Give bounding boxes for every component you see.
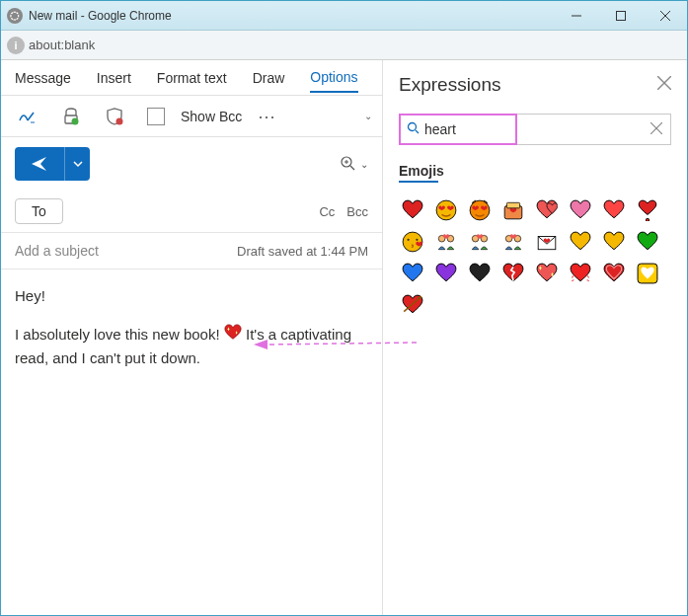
sparkling-heart[interactable] xyxy=(533,260,561,287)
svg-point-13 xyxy=(409,122,417,130)
family-heart[interactable] xyxy=(466,228,494,256)
sparkling-heart-inline xyxy=(224,324,242,348)
more-options-button[interactable]: ⋯ xyxy=(258,106,277,127)
svg-point-21 xyxy=(646,218,649,221)
heart-eyes-cat[interactable] xyxy=(466,196,494,224)
broken-heart[interactable] xyxy=(499,260,527,287)
send-button[interactable] xyxy=(15,147,90,181)
green-heart[interactable] xyxy=(634,228,661,256)
svg-line-8 xyxy=(350,166,354,170)
red-heart[interactable] xyxy=(399,196,426,224)
tab-draw[interactable]: Draw xyxy=(253,70,285,92)
svg-rect-20 xyxy=(506,202,519,208)
tab-message[interactable]: Message xyxy=(15,70,71,92)
blue-heart[interactable] xyxy=(399,260,426,287)
sensitivity-icon[interactable] xyxy=(98,103,131,130)
orange-heart[interactable] xyxy=(600,196,628,224)
emoji-search-box[interactable] xyxy=(399,114,517,145)
tab-options[interactable]: Options xyxy=(310,69,357,93)
two-hearts[interactable] xyxy=(533,196,561,224)
send-icon[interactable] xyxy=(15,147,64,181)
beating-heart[interactable] xyxy=(567,260,594,287)
zoom-icon xyxy=(341,156,356,172)
compose-pane: MessageInsertFormat textDrawOptions Show… xyxy=(1,60,383,615)
tab-insert[interactable]: Insert xyxy=(97,70,131,92)
love-letter[interactable] xyxy=(533,228,561,256)
site-info-icon[interactable]: i xyxy=(7,37,25,54)
emoji-search-input[interactable] xyxy=(424,121,494,137)
maximize-button[interactable] xyxy=(598,1,643,31)
heart-decoration[interactable] xyxy=(634,260,661,287)
chevron-down-icon: ⌄ xyxy=(360,159,368,170)
cc-button[interactable]: Cc xyxy=(319,204,335,219)
svg-point-18 xyxy=(470,200,490,220)
couple-heart-2[interactable] xyxy=(499,228,527,256)
action-row: ⌄ xyxy=(1,137,382,191)
window-titlebar: ◌ New mail - Google Chrome xyxy=(1,1,687,31)
encrypt-icon[interactable] xyxy=(54,103,88,130)
svg-point-23 xyxy=(408,239,410,241)
heart-gift[interactable] xyxy=(499,196,527,224)
pink-heart[interactable] xyxy=(567,196,594,224)
body-line-2: I absolutely love this new book! It's a … xyxy=(15,324,368,370)
svg-point-24 xyxy=(416,239,418,241)
kissing-face[interactable] xyxy=(399,228,426,256)
close-panel-button[interactable] xyxy=(657,76,671,94)
search-clear-area xyxy=(517,114,671,145)
search-icon xyxy=(407,121,420,138)
bcc-button[interactable]: Bcc xyxy=(346,204,368,219)
browser-favicon: ◌ xyxy=(7,8,23,24)
panel-title: Expressions xyxy=(399,74,501,96)
ribbon-tabs: MessageInsertFormat textDrawOptions xyxy=(1,60,382,96)
couple-heart[interactable] xyxy=(432,228,460,256)
svg-point-6 xyxy=(116,117,123,124)
to-button[interactable]: To xyxy=(15,198,63,224)
send-dropdown[interactable] xyxy=(64,147,90,181)
show-bcc-label: Show Bcc xyxy=(181,109,242,124)
ribbon-collapse-icon[interactable]: ⌄ xyxy=(364,111,372,121)
yellow-heart-2[interactable] xyxy=(600,228,628,256)
clear-search-button[interactable] xyxy=(650,121,662,137)
close-window-button[interactable] xyxy=(643,1,687,31)
subject-input[interactable]: Add a subject xyxy=(15,243,99,259)
svg-point-22 xyxy=(403,232,422,252)
address-bar[interactable]: i about:blank xyxy=(1,31,687,60)
mail-body[interactable]: Hey! I absolutely love this new book! It… xyxy=(1,270,382,402)
growing-heart[interactable] xyxy=(600,260,628,287)
url-text: about:blank xyxy=(29,38,95,52)
search-row xyxy=(399,114,671,145)
heart-arrow[interactable] xyxy=(399,291,426,319)
svg-line-14 xyxy=(416,130,419,133)
tab-format-text[interactable]: Format text xyxy=(157,70,227,92)
purple-heart[interactable] xyxy=(432,260,460,287)
heart-eyes-face[interactable] xyxy=(432,196,460,224)
black-heart[interactable] xyxy=(466,260,494,287)
subject-row: Add a subject Draft saved at 1:44 PM xyxy=(1,233,382,270)
signature-icon[interactable] xyxy=(11,103,44,130)
svg-point-17 xyxy=(436,200,456,220)
heart-exclamation[interactable] xyxy=(634,196,661,224)
yellow-heart[interactable] xyxy=(567,228,594,256)
zoom-control[interactable]: ⌄ xyxy=(341,156,368,172)
body-line-1: Hey! xyxy=(15,285,368,308)
expressions-panel: Expressions Emojis xyxy=(383,60,687,615)
options-toolbar: Show Bcc ⋯ ⌄ xyxy=(1,96,382,137)
emoji-grid xyxy=(399,196,671,319)
category-underline xyxy=(399,181,438,183)
svg-rect-1 xyxy=(616,11,625,20)
show-bcc-checkbox[interactable] xyxy=(147,108,165,125)
emoji-category-label: Emojis xyxy=(399,163,671,179)
draft-status: Draft saved at 1:44 PM xyxy=(237,244,368,259)
to-row: To Cc Bcc xyxy=(1,191,382,233)
minimize-button[interactable] xyxy=(554,1,598,31)
window-title: New mail - Google Chrome xyxy=(29,9,554,23)
svg-point-5 xyxy=(72,117,79,124)
